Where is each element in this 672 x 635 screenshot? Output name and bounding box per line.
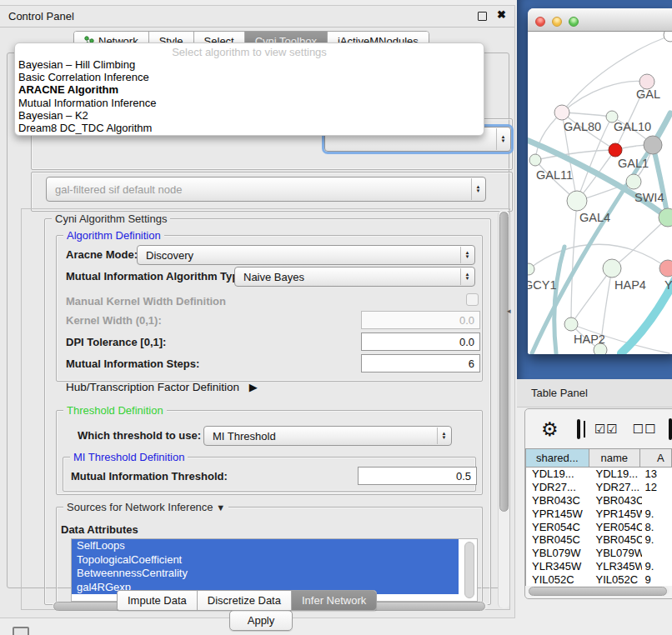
network-edge[interactable] (571, 268, 612, 324)
column-header-shared[interactable]: shared... (526, 449, 589, 467)
attribute-item-selfloops[interactable]: SelfLoops (72, 539, 459, 553)
minimized-window-icon[interactable] (13, 627, 29, 635)
table-horizontal-scrollbar[interactable] (528, 587, 669, 595)
table-row[interactable]: YDR27...YDR27...12 (526, 481, 672, 494)
mi-type-combo[interactable]: Naive Bayes ▲▼ (234, 267, 475, 287)
apply-button[interactable]: Apply (229, 610, 293, 631)
expand-right-icon: ▶ (249, 381, 258, 393)
algorithm-option-mutual-information-inference[interactable]: Mutual Information Inference (15, 97, 484, 109)
checked-columns-icon[interactable]: ☑☑ (594, 422, 619, 437)
network-node[interactable] (664, 32, 672, 42)
control-panel-titlebar[interactable]: Control Panel ✖ (0, 6, 514, 28)
network-node[interactable] (626, 174, 641, 189)
scrollbar-thumb[interactable] (499, 212, 509, 512)
network-edge[interactable] (529, 244, 668, 269)
close-traffic-light[interactable] (535, 17, 545, 27)
sources-title: Sources for Network Inference (67, 501, 213, 513)
network-edge[interactable] (571, 201, 577, 324)
network-window: GALGAL80GAL10GAL1GAL11SWI4GAL4GCY1HAP4YH… (528, 8, 672, 354)
bottom-tab-discretize-data[interactable]: Discretize Data (198, 591, 292, 610)
bottom-tab-impute-data[interactable]: Impute Data (118, 591, 198, 610)
network-edge[interactable] (562, 36, 670, 112)
apply-button-label: Apply (248, 614, 275, 627)
network-window-titlebar[interactable] (528, 8, 672, 32)
table-cell: YIL052C (526, 573, 589, 586)
table-row[interactable]: YPR145WYPR145W9. (526, 507, 672, 520)
splitter-collapse-icon[interactable]: ◂ (507, 307, 511, 315)
mi-steps-field[interactable]: 6 (361, 354, 480, 372)
table-cell: 9. (642, 508, 672, 520)
zoom-traffic-light[interactable] (569, 17, 579, 27)
table-panel-title: Table Panel (531, 387, 588, 399)
float-icon[interactable] (478, 12, 487, 21)
bottom-tab-label: Impute Data (128, 594, 187, 607)
algorithm-option-aracne-algorithm[interactable]: ARACNE Algorithm (15, 83, 484, 96)
threshold-definition-title: Threshold Definition (63, 404, 167, 417)
scrollbar-thumb[interactable] (529, 587, 667, 596)
algorithm-popup-placeholder: Select algorithm to view settings (15, 43, 484, 58)
node-label-hap4: HAP4 (614, 278, 646, 292)
aracne-mode-combo[interactable]: Discovery ▲▼ (137, 245, 475, 265)
manual-kernel-checkbox[interactable] (466, 293, 479, 306)
minimize-traffic-light[interactable] (552, 17, 562, 27)
table-cell: YPR145W (526, 508, 589, 520)
network-node[interactable] (659, 260, 672, 277)
network-node[interactable] (554, 105, 569, 120)
document-icon[interactable] (669, 418, 672, 440)
table-cell: YLR345W (589, 560, 641, 572)
hub-definition-toggle[interactable]: Hub/Transcription Factor Definition ▶ (66, 381, 258, 393)
network-edge[interactable] (612, 218, 668, 268)
table-row[interactable]: YBR043CYBR043C (526, 494, 672, 508)
gear-icon[interactable]: ⚙ (541, 418, 559, 441)
network-node[interactable] (609, 143, 622, 157)
dpi-tolerance-field[interactable]: 0.0 (361, 332, 480, 351)
mi-threshold-field[interactable]: 0.5 (358, 467, 477, 485)
network-node[interactable] (564, 318, 578, 331)
mi-type-label: Mutual Information Algorithm Type: (66, 270, 248, 282)
table-cell: 13 (642, 468, 672, 480)
algorithm-option-basic-correlation-inference[interactable]: Basic Correlation Inference (15, 71, 484, 83)
sources-toggle[interactable]: Sources for Network Inference ▼ (63, 501, 228, 513)
column-header-a[interactable]: A (640, 449, 672, 467)
settings-vertical-scrollbar[interactable] (498, 210, 509, 608)
algorithm-option-bayesian-hill-climbing[interactable]: Bayesian – Hill Climbing (15, 58, 484, 71)
table-cell: YER054C (589, 521, 641, 533)
mi-type-value: Naive Bayes (243, 271, 304, 283)
attribute-item-betweennesscentrality[interactable]: BetweennessCentrality (72, 567, 459, 581)
table-row[interactable]: YLR345WYLR345W9. (526, 560, 672, 573)
close-icon[interactable]: ✖ (497, 8, 506, 21)
unchecked-columns-icon[interactable]: ☐☐ (633, 422, 657, 437)
aracne-mode-value: Discovery (146, 249, 193, 262)
table-row[interactable]: YIL052CYIL052C9 (526, 572, 672, 586)
algorithm-option-dream8-dc-tdc-algorithm[interactable]: Dream8 DC_TDC Algorithm (15, 122, 484, 134)
bottom-tab-bar: Impute DataDiscretize DataInfer Network (117, 590, 377, 611)
table-row[interactable]: YDL19...YDL19...13 (526, 468, 672, 481)
column-header-name[interactable]: name (589, 449, 640, 467)
manual-kernel-label: Manual Kernel Width Definition (66, 295, 226, 308)
table-header-row: shared...nameA (525, 448, 672, 468)
bottom-tab-infer-network[interactable]: Infer Network (292, 591, 376, 610)
attribute-item-topologicalcoefficient[interactable]: TopologicalCoefficient (72, 553, 459, 568)
kernel-width-field[interactable]: 0.0 (361, 311, 480, 329)
network-node[interactable] (644, 136, 662, 154)
algorithm-option-bayesian-k2[interactable]: Bayesian – K2 (15, 109, 484, 122)
combo-arrows-icon: ▲▼ (437, 428, 450, 444)
network-node[interactable] (603, 259, 621, 278)
table-cell: 9. (642, 560, 672, 572)
table-row[interactable]: YER054CYER054C8. (526, 520, 672, 533)
network-node[interactable] (567, 191, 587, 211)
which-threshold-combo[interactable]: MI Threshold ▲▼ (203, 426, 452, 446)
table-row[interactable]: YBR045CYBR045C9. (526, 533, 672, 547)
table-row[interactable]: YBL079WYBL079W (526, 547, 672, 560)
data-attributes-label: Data Attributes (61, 523, 138, 536)
network-node[interactable] (529, 154, 541, 166)
split-columns-icon[interactable] (577, 419, 580, 439)
cyni-settings-title: Cyni Algorithm Settings (52, 212, 170, 225)
which-threshold-label: Which threshold to use: (78, 429, 201, 442)
node-label-gal4: GAL4 (579, 211, 610, 224)
network-canvas[interactable]: GALGAL80GAL10GAL1GAL11SWI4GAL4GCY1HAP4YH… (528, 32, 672, 354)
aracne-mode-label: Aracne Mode: (66, 248, 138, 261)
list-scrollbar[interactable] (464, 542, 474, 598)
network-source-combo[interactable]: gal-filtered sif default node ▲▼ (46, 177, 486, 202)
table-cell: YBL079W (526, 547, 589, 559)
